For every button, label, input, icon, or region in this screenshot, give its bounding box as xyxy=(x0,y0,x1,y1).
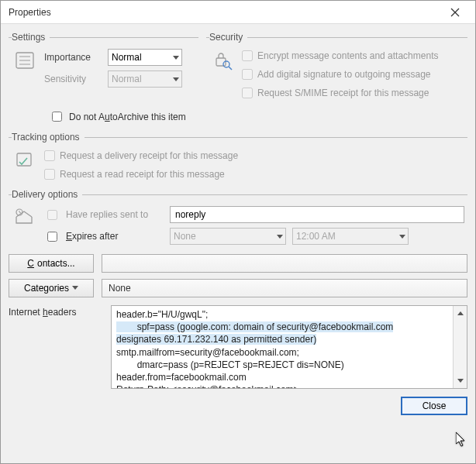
importance-label: Importance xyxy=(44,52,102,63)
sensitivity-select: Normal xyxy=(108,70,182,88)
scroll-up-button[interactable] xyxy=(454,306,467,320)
importance-select[interactable]: Normal xyxy=(108,49,182,66)
categories-value: None xyxy=(109,283,131,294)
smime-label: Request S/MIME receipt for this message xyxy=(257,88,429,98)
sensitivity-label: Sensitivity xyxy=(44,74,102,84)
read-receipt-checkbox xyxy=(44,169,55,180)
delivery-group: Delivery options Have replies sent to Ex… xyxy=(9,189,467,248)
svg-line-8 xyxy=(229,67,232,70)
internet-headers-box: header.b="H/U/gwqL"; spf=pass (google.co… xyxy=(111,305,467,389)
internet-headers-text[interactable]: header.b="H/U/gwqL"; spf=pass (google.co… xyxy=(112,306,453,388)
read-receipt-label: Request a read receipt for this message xyxy=(60,169,225,180)
security-group: Security Encrypt message contents and at… xyxy=(206,32,467,103)
expires-label: Expires after xyxy=(66,231,164,242)
tracking-icon xyxy=(12,149,38,181)
window-title: Properties xyxy=(9,7,51,18)
smime-checkbox xyxy=(242,88,253,98)
headers-scrollbar[interactable] xyxy=(453,306,467,388)
close-icon xyxy=(450,8,460,17)
settings-group: Settings Importance Normal xyxy=(9,32,198,103)
properties-dialog: Properties Settings Importance xyxy=(0,0,476,464)
replies-input[interactable] xyxy=(170,206,464,223)
sign-checkbox xyxy=(242,69,253,80)
encrypt-checkbox xyxy=(242,50,253,61)
titlebar: Properties xyxy=(1,1,475,24)
categories-field[interactable]: None xyxy=(102,279,467,297)
delivery-icon xyxy=(12,206,38,245)
delivery-legend: Delivery options xyxy=(12,189,82,200)
svg-point-7 xyxy=(223,61,229,67)
internet-headers-label: Internet headers xyxy=(9,305,103,389)
delivery-receipt-checkbox xyxy=(44,150,55,161)
svg-rect-9 xyxy=(17,153,31,166)
dialog-content: Settings Importance Normal xyxy=(1,24,475,463)
sign-label: Add digital signature to outgoing messag… xyxy=(257,69,430,80)
tracking-legend: Tracking options xyxy=(12,132,85,143)
expires-date-select[interactable]: None xyxy=(170,228,286,245)
encrypt-label: Encrypt message contents and attachments xyxy=(257,50,438,61)
security-legend: Security xyxy=(209,32,247,43)
delivery-receipt-label: Request a delivery receipt for this mess… xyxy=(60,150,238,161)
autoarchive-label: Do not AutoArchive this item xyxy=(69,112,186,122)
replies-checkbox xyxy=(47,210,57,220)
categories-button[interactable]: Categories xyxy=(9,279,94,297)
expires-time-select[interactable]: 12:00 AM xyxy=(292,228,409,245)
chevron-down-icon xyxy=(72,286,78,290)
window-close-button[interactable] xyxy=(440,2,471,23)
lock-search-icon xyxy=(209,49,236,100)
settings-legend: Settings xyxy=(12,32,50,43)
settings-icon xyxy=(12,49,38,88)
scroll-down-button[interactable] xyxy=(454,374,467,388)
replies-label: Have replies sent to xyxy=(66,209,164,220)
contacts-button[interactable]: Contacts... xyxy=(9,254,94,273)
expires-checkbox[interactable] xyxy=(47,232,57,242)
autoarchive-checkbox[interactable] xyxy=(52,112,62,122)
tracking-group: Tracking options Request a delivery rece… xyxy=(9,132,467,184)
svg-line-12 xyxy=(19,212,21,213)
contacts-field[interactable] xyxy=(102,254,467,273)
close-button[interactable]: Close xyxy=(401,397,467,415)
